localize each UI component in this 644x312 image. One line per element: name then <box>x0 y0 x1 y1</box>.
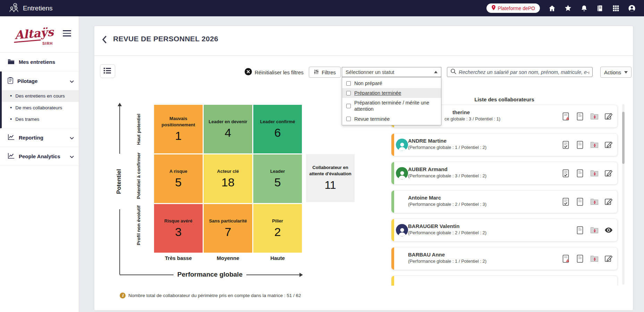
status-option-non-prepare[interactable]: Non préparé <box>342 78 441 88</box>
clipboard-check-icon[interactable] <box>561 169 570 178</box>
matrix-cell-value: 4 <box>225 126 231 140</box>
matrix-cell-value: 18 <box>221 176 235 189</box>
edit-icon[interactable] <box>604 169 613 178</box>
career-folder-icon[interactable] <box>590 169 599 178</box>
matrix-cell-value: 6 <box>274 126 281 140</box>
checkbox[interactable] <box>346 104 351 108</box>
status-option-revue-terminee[interactable]: Revue terminée <box>342 114 441 124</box>
checkbox[interactable] <box>346 81 351 86</box>
career-folder-icon[interactable] <box>590 112 599 121</box>
matrix-cell[interactable]: Leader5 <box>253 154 302 203</box>
list-scrollbar[interactable] <box>622 104 625 285</box>
matrix-grid: Mauvais positionnement1Leader en devenir… <box>154 105 302 253</box>
collaborator-card[interactable] <box>391 276 618 286</box>
document-icon[interactable] <box>575 112 585 121</box>
matrix-cell[interactable]: Acteur clé18 <box>204 154 252 203</box>
matrix-cell[interactable]: Pilier2 <box>253 204 302 253</box>
sidebar-subitem-entretiens-en-cours[interactable]: • Des entretiens en cours <box>2 90 79 102</box>
matrix-cell-label: Pilier <box>272 218 283 224</box>
sidebar-item-pilotage[interactable]: Pilotage <box>2 71 79 90</box>
status-option-preparation-terminee-merite-attention[interactable]: Préparation terminée / mérite une attent… <box>342 98 441 114</box>
altays-logo: Altaÿs <box>14 25 54 42</box>
list-view-toggle-button[interactable] <box>100 64 115 78</box>
checkbox[interactable] <box>346 91 351 95</box>
checkbox[interactable] <box>346 117 351 121</box>
altays-logo-sub: SIRH <box>42 41 53 45</box>
collaborator-card[interactable]: BARBAU Anne(Performance globale : 1 / Po… <box>391 247 618 270</box>
document-icon[interactable] <box>575 226 585 235</box>
matrix-row-label: Haut potentiel <box>136 103 142 155</box>
edit-icon[interactable] <box>604 254 613 263</box>
sidebar-item-mes-entretiens[interactable]: Mes entretiens <box>0 53 79 71</box>
report-alert-icon[interactable] <box>561 254 570 263</box>
divider <box>94 56 633 56</box>
matrix-col-label: Très basse <box>154 255 203 261</box>
matrix-cell[interactable]: A risque5 <box>154 154 203 203</box>
directory-book-icon[interactable] <box>596 5 604 12</box>
scrollbar-thumb[interactable] <box>622 112 625 164</box>
status-option-label: Préparation terminée <box>354 90 401 96</box>
matrix-cell-label: Risque avéré <box>164 218 193 224</box>
collaborator-card[interactable]: ANDRE Martine(Performance globale : 1 / … <box>391 133 618 156</box>
home-icon[interactable] <box>548 5 556 12</box>
employee-search-field[interactable] <box>447 67 593 77</box>
sidebar-subitem-de-mes-collaborateurs[interactable]: • De mes collaborateurs <box>2 102 79 114</box>
document-icon[interactable] <box>575 254 585 263</box>
filters-button[interactable]: Filtres <box>309 67 341 78</box>
matrix-cell[interactable]: Leader en devenir4 <box>204 105 252 153</box>
matrix-cell[interactable]: Risque avéré3 <box>154 204 203 253</box>
sidebar-subitem-des-trames[interactable]: • Des trames <box>2 113 79 125</box>
career-folder-icon[interactable] <box>590 226 599 235</box>
platform-badge-button[interactable]: Plateforme dePO <box>486 3 540 13</box>
status-color-bar <box>391 276 394 286</box>
card-actions <box>561 197 613 206</box>
matrix-cell[interactable]: Mauvais positionnement1 <box>154 105 203 153</box>
career-folder-icon[interactable] <box>590 140 599 150</box>
sidebar-item-people-analytics[interactable]: People Analytics <box>0 147 79 166</box>
document-icon[interactable] <box>575 140 585 150</box>
clipboard-check-icon[interactable] <box>561 140 570 150</box>
matrix-cell-label: Sans particularité <box>209 218 247 224</box>
edit-icon[interactable] <box>604 140 613 150</box>
bell-icon[interactable] <box>580 5 588 12</box>
info-icon <box>120 293 126 298</box>
matrix-cell-label: Leader confirmé <box>260 119 295 125</box>
collaborator-card[interactable]: BARAUGER Valentin(Performance globale : … <box>391 219 618 242</box>
apps-grid-icon[interactable] <box>612 5 620 12</box>
chevron-down-icon[interactable] <box>70 135 74 141</box>
collaborator-card[interactable]: Antoine Marc(Performance globale : 2 / P… <box>391 190 618 213</box>
edit-icon[interactable] <box>604 112 613 121</box>
matrix-cell[interactable]: Leader confirmé6 <box>253 105 302 153</box>
career-folder-icon[interactable] <box>590 254 599 263</box>
hamburger-menu-icon[interactable] <box>63 30 71 36</box>
topbar-actions: Plateforme dePO <box>486 3 636 13</box>
x-axis-arrowhead <box>299 273 303 277</box>
edit-icon[interactable] <box>604 197 613 206</box>
reset-filters-button[interactable]: Réinitialiser les filtres <box>245 68 304 76</box>
people-check-icon <box>8 2 19 14</box>
clipboard-check-icon[interactable] <box>561 197 570 206</box>
report-alert-icon[interactable] <box>561 112 570 121</box>
eye-icon[interactable] <box>604 226 613 235</box>
document-icon[interactable] <box>575 169 585 178</box>
sidebar-item-reporting[interactable]: Reporting <box>0 128 79 147</box>
card-actions <box>561 112 613 121</box>
document-icon[interactable] <box>575 197 585 206</box>
chevron-down-icon[interactable] <box>70 153 74 159</box>
status-select[interactable]: Sélectionner un statut <box>342 67 441 77</box>
account-icon[interactable] <box>628 5 636 12</box>
pending-evaluation-value: 11 <box>324 179 336 192</box>
back-chevron-button[interactable] <box>102 35 108 44</box>
star-icon[interactable] <box>564 5 572 12</box>
career-folder-icon[interactable] <box>590 197 599 206</box>
actions-button[interactable]: Actions <box>600 67 632 78</box>
app-logo: Entretiens <box>8 2 53 14</box>
chevron-down-icon[interactable] <box>70 78 74 84</box>
status-option-preparation-terminee[interactable]: Préparation terminée <box>342 88 441 98</box>
search-input[interactable] <box>459 69 589 75</box>
caret-up-icon <box>434 71 438 73</box>
pending-evaluation-box[interactable]: Collaborateur en attente d'évaluation 11 <box>306 154 355 202</box>
sliders-icon <box>314 69 319 76</box>
collaborator-card[interactable]: AUBER Armand(Performance globale : 3 / P… <box>391 162 618 185</box>
matrix-cell[interactable]: Sans particularité7 <box>204 204 252 253</box>
